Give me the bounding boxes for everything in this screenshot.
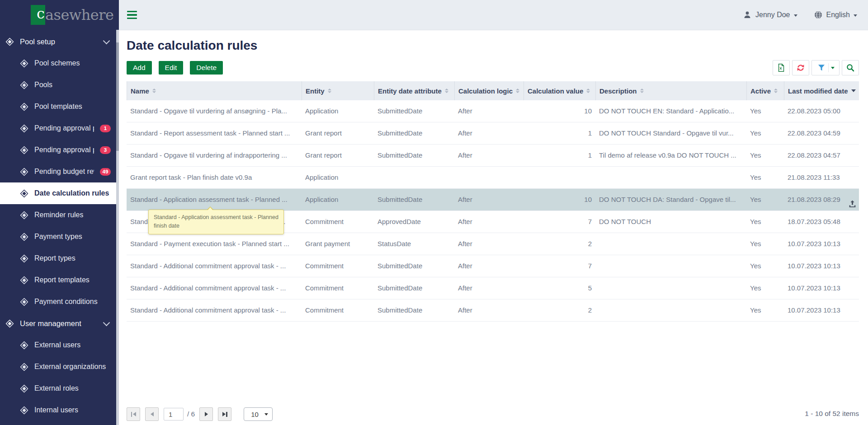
sidebar-item[interactable]: Date calculation rules — [0, 182, 119, 204]
sidebar-item[interactable]: Internal users — [0, 399, 119, 421]
cell-description: DO NOT TOUCH DA: Standard - Opgave til..… — [595, 189, 746, 210]
column-header[interactable]: Entity date attribute — [374, 81, 454, 100]
sidebar-item[interactable]: Payment conditions — [0, 291, 119, 313]
cell-active: Yes — [746, 233, 784, 255]
sidebar-item-label: Pending approval po... — [34, 124, 94, 132]
cell-active: Yes — [746, 145, 784, 166]
cell-entity-date-attribute: StatusDate — [374, 233, 454, 255]
module-icon — [20, 146, 28, 154]
module-icon — [5, 319, 14, 328]
module-icon — [20, 211, 28, 220]
cell-last-modified: 21.08.2023 11:33 — [784, 167, 859, 188]
sidebar-item[interactable]: Pending approval po... 3 — [0, 139, 119, 161]
table-row[interactable]: Standard - Additional commitment approva… — [127, 255, 859, 277]
table-row[interactable]: Standard - Additional commitment approva… — [127, 277, 859, 299]
refresh-button[interactable] — [792, 60, 809, 75]
sidebar-item[interactable]: Payment types — [0, 226, 119, 248]
sidebar-item[interactable]: External organizations — [0, 356, 119, 378]
chevron-down-icon — [103, 319, 110, 326]
column-header[interactable]: Description — [595, 81, 746, 100]
filter-caret-icon — [831, 67, 835, 69]
filter-button[interactable] — [811, 60, 840, 75]
table-row[interactable]: Standard - Opgave til vurdering af indra… — [127, 145, 859, 167]
sidebar-item[interactable]: External roles — [0, 378, 119, 399]
cell-calculation-logic: After — [454, 277, 524, 299]
delete-button[interactable]: Delete — [190, 61, 223, 75]
cell-entity: Commitment — [302, 211, 374, 233]
sidebar-item[interactable]: Report templates — [0, 269, 119, 291]
column-header[interactable]: Active — [746, 81, 784, 100]
page-size-select[interactable]: 10 — [244, 407, 273, 421]
cell-calculation-value: 1 — [524, 122, 595, 144]
column-header-label: Calculation value — [528, 87, 583, 95]
page-number-input[interactable] — [164, 408, 184, 420]
cell-active: Yes — [746, 255, 784, 277]
module-icon — [20, 59, 28, 68]
search-button[interactable] — [842, 60, 859, 75]
column-header[interactable]: Entity — [302, 81, 374, 100]
cell-calculation-logic: After — [454, 299, 524, 321]
column-header[interactable]: Calculation logic — [454, 81, 524, 100]
last-modified-value: 10.07.2023 10:13 — [788, 306, 840, 314]
app-window: casewhere Pool setup Pool schemes — [0, 0, 868, 425]
first-page-button[interactable] — [127, 407, 140, 421]
module-icon — [20, 298, 28, 306]
cell-active: Yes — [746, 277, 784, 299]
cell-calculation-value: 2 — [524, 299, 595, 321]
sort-icon — [586, 89, 590, 93]
sidebar-item[interactable]: Pending budget revi... 49 — [0, 161, 119, 182]
topbar: Jenny Doe English — [119, 0, 868, 30]
cell-active: Yes — [746, 100, 784, 122]
menu-toggle-button[interactable] — [127, 11, 137, 19]
sort-icon — [445, 89, 448, 93]
column-header[interactable]: Name — [127, 81, 302, 100]
previous-page-button[interactable] — [145, 407, 159, 421]
table-row[interactable]: Standard - Additional commitment approva… — [127, 299, 859, 322]
table-row[interactable]: Standard - Opgave til vurdering af ansøg… — [127, 100, 859, 122]
upload-icon[interactable] — [848, 195, 857, 204]
language-menu[interactable]: English — [814, 10, 857, 19]
cell-name: Standard - Additional commitment approva… — [127, 277, 302, 299]
sidebar-item[interactable]: Reminder rules — [0, 204, 119, 226]
pagination: / 6 10 — [127, 407, 273, 421]
module-icon — [20, 168, 28, 176]
table-row[interactable]: Grant report task - Plan finish date v0.… — [127, 167, 859, 189]
sidebar-item[interactable]: External users — [0, 334, 119, 356]
sidebar-item[interactable]: Pending approval po... 1 — [0, 117, 119, 139]
user-icon — [743, 10, 752, 19]
sidebar-item[interactable]: Pool schemes — [0, 52, 119, 74]
app-logo[interactable]: casewhere — [0, 0, 119, 30]
cell-name: Standard - Opgave til vurdering af indra… — [127, 145, 302, 166]
cell-active: Yes — [746, 299, 784, 321]
edit-button[interactable]: Edit — [159, 61, 184, 75]
next-page-button[interactable] — [199, 407, 213, 421]
sidebar-item[interactable]: Pool templates — [0, 96, 119, 117]
sidebar-item[interactable]: Pool setup — [0, 31, 119, 52]
main-area: Jenny Doe English Date calculation rules… — [119, 0, 868, 425]
sidebar-item[interactable]: User management — [0, 313, 119, 334]
cell-name: Standard - Payment execution task - Plan… — [127, 233, 302, 255]
table-row[interactable]: Standard - Report assessment task - Plan… — [127, 122, 859, 145]
module-icon — [20, 254, 28, 263]
cell-calculation-value: 2 — [524, 233, 595, 255]
cell-entity: Application — [302, 100, 374, 122]
excel-export-icon: x — [777, 63, 786, 72]
last-modified-value: 22.08.2023 04:59 — [788, 129, 840, 137]
sidebar-item[interactable]: Report types — [0, 248, 119, 269]
add-button[interactable]: Add — [127, 61, 152, 75]
sidebar-item-label: Pool templates — [34, 103, 82, 111]
excel-export-button[interactable]: x — [773, 60, 790, 75]
column-header[interactable]: Last modified date — [784, 81, 859, 100]
sort-icon — [774, 89, 778, 93]
table-row[interactable]: Standard - Application assessment task -… — [127, 189, 859, 211]
column-header[interactable]: Calculation value — [524, 81, 595, 100]
divider — [828, 63, 829, 72]
last-page-button[interactable] — [218, 407, 231, 421]
cell-entity-date-attribute: SubmittedDate — [374, 299, 454, 321]
user-menu[interactable]: Jenny Doe — [743, 10, 797, 19]
sidebar-item[interactable]: Pools — [0, 74, 119, 96]
caret-down-icon — [854, 14, 857, 17]
table-row[interactable]: Standard - Payment execution task - Plan… — [127, 233, 859, 255]
cell-entity-date-attribute: SubmittedDate — [374, 100, 454, 122]
cell-entity: Application — [302, 167, 374, 188]
